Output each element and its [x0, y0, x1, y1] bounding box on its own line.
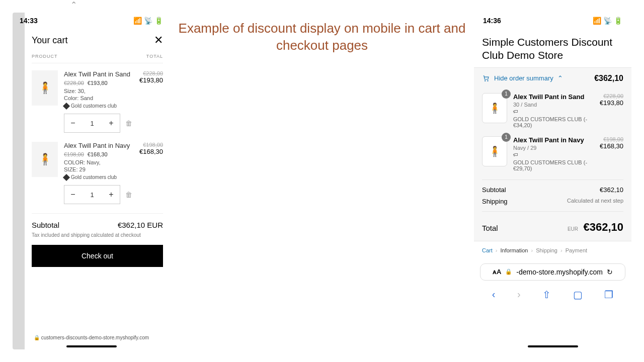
svg-point-1	[488, 80, 488, 81]
tabs-icon[interactable]: ❐	[604, 289, 613, 301]
chevron-up-icon: ⌃	[557, 74, 563, 82]
item-name[interactable]: Alex Twill Pant in Navy	[64, 142, 133, 149]
tag-icon: 🏷	[513, 152, 594, 157]
status-icons: 📶 📡 🔋	[133, 17, 163, 25]
item-meta: COLOR: Navy,	[64, 159, 133, 165]
item-new-price: €168,30	[88, 151, 108, 157]
safari-nav: ‹ › ⇧ ▢ ❐	[474, 285, 631, 301]
battery-icon: 🔋	[614, 17, 622, 25]
co-total-currency: EUR	[568, 226, 578, 232]
item-meta: Size: 30,	[64, 88, 133, 94]
tag-icon	[63, 173, 70, 180]
co-total-value: €362,10	[583, 221, 623, 233]
qty-decrement[interactable]: −	[64, 186, 82, 204]
lock-icon: 🔒	[34, 335, 40, 340]
line-old-price: €228,00	[139, 70, 163, 76]
bc-payment: Payment	[566, 247, 587, 253]
cart-sheet: Your cart ✕ PRODUCT TOTAL 🧍 Alex Twill P…	[25, 28, 170, 349]
qty-stepper: − 1 +	[64, 185, 120, 204]
qty-value: 1	[82, 186, 103, 204]
col-product: PRODUCT	[32, 54, 58, 59]
checkout-item: 🧍 1 Alex Twill Pant in Sand 30 / Sand 🏷 …	[474, 89, 631, 132]
subtotal-value: €362,10 EUR	[118, 221, 163, 229]
chevron-right-icon: ›	[560, 247, 562, 253]
url-text: -demo-store.myshopify.com	[516, 268, 603, 276]
status-bar: 14:33 📶 📡 🔋	[13, 13, 170, 29]
product-image[interactable]: 🧍	[32, 70, 58, 106]
tax-note: Tax included and shipping calculated at …	[32, 232, 163, 238]
co-old-price: €228,00	[600, 93, 623, 99]
store-title[interactable]: Simple Customers Discount Club Demo Stor…	[474, 29, 631, 67]
co-new-price: €193,80	[600, 99, 623, 107]
bc-shipping: Shipping	[536, 247, 557, 253]
hide-summary-label: Hide order summary	[494, 74, 553, 82]
close-icon[interactable]: ✕	[154, 34, 163, 47]
cart-item: 🧍 Alex Twill Pant in Navy €198,00 €168,3…	[32, 142, 163, 204]
wifi-icon: 📡	[144, 17, 152, 25]
signal-icon: 📶	[593, 17, 601, 25]
discount-tag: Gold customers club	[71, 174, 117, 180]
checkout-button[interactable]: Check out	[32, 245, 163, 267]
back-icon[interactable]: ‹	[492, 289, 496, 301]
bc-information: Information	[500, 247, 528, 253]
trash-icon[interactable]: 🗑	[125, 191, 132, 199]
summary-total: €362,10	[594, 74, 623, 83]
share-icon[interactable]: ⇧	[542, 289, 551, 301]
qty-increment[interactable]: +	[103, 114, 120, 132]
item-old-price: €198,00	[64, 151, 84, 157]
item-meta: Color: Sand	[64, 95, 133, 101]
status-icons: 📶 📡 🔋	[593, 17, 622, 25]
co-total-label: Total	[482, 224, 498, 232]
bc-cart[interactable]: Cart	[482, 247, 493, 253]
safari-url-bar[interactable]: ᴀA 🔒 -demo-store.myshopify.com ↻	[480, 263, 625, 281]
hide-summary-toggle[interactable]: Hide order summary ⌃	[482, 74, 563, 82]
co-item-variant: Navy / 29	[513, 145, 594, 151]
chevron-right-icon: ›	[531, 247, 533, 253]
cart-icon	[482, 75, 490, 82]
signal-icon: 📶	[133, 17, 142, 25]
col-total: TOTAL	[146, 54, 163, 59]
backdrop-page	[13, 13, 25, 349]
item-meta: SIZE: 29	[64, 166, 133, 172]
tag-icon: 🏷	[513, 109, 594, 114]
wifi-icon: 📡	[603, 17, 612, 25]
co-old-price: €198,00	[600, 136, 623, 142]
subtotal-label: Subtotal	[32, 221, 59, 229]
co-discount-label: GOLD CUSTOMERS CLUB (-€34,20)	[513, 116, 594, 128]
status-time: 14:36	[483, 17, 501, 25]
discount-tag: Gold customers club	[71, 103, 117, 109]
chevron-right-icon: ›	[496, 247, 498, 253]
status-bar: 14:36 📶 📡 🔋	[474, 13, 631, 29]
qty-badge: 1	[502, 133, 511, 142]
url-text: customers-discounts-demo-store.myshopify…	[41, 335, 149, 340]
qty-badge: 1	[502, 89, 511, 99]
co-item-name: Alex Twill Pant in Navy	[513, 136, 594, 144]
bookmarks-icon[interactable]: ▢	[573, 289, 583, 301]
product-image[interactable]: 🧍	[32, 142, 58, 177]
reload-icon[interactable]: ↻	[607, 268, 613, 276]
item-old-price: €228,00	[64, 80, 84, 86]
lock-icon: 🔒	[505, 268, 512, 275]
line-old-price: €198,00	[139, 142, 163, 148]
trash-icon[interactable]: 🗑	[125, 119, 132, 127]
co-discount-label: GOLD CUSTOMERS CLUB (-€29,70)	[513, 159, 594, 171]
text-size-icon[interactable]: ᴀA	[493, 268, 501, 276]
home-indicator	[528, 345, 578, 347]
tag-icon	[63, 102, 70, 109]
item-name[interactable]: Alex Twill Pant in Sand	[64, 70, 133, 78]
co-item-variant: 30 / Sand	[513, 102, 594, 108]
qty-value: 1	[82, 114, 103, 132]
url-bar: 🔒 customers-discounts-demo-store.myshopi…	[13, 335, 170, 340]
qty-decrement[interactable]: −	[64, 114, 82, 132]
status-time: 14:33	[20, 17, 38, 25]
qty-stepper: − 1 +	[64, 114, 120, 133]
cart-title: Your cart	[32, 35, 67, 46]
checkout-item: 🧍 1 Alex Twill Pant in Navy Navy / 29 🏷 …	[474, 132, 631, 175]
checkout-phone: 14:36 📶 📡 🔋 Simple Customers Discount Cl…	[474, 13, 631, 349]
cart-phone: 14:33 📶 📡 🔋 Your cart ✕ PRODUCT TOTAL 🧍 …	[13, 13, 170, 349]
line-new-price: €168,30	[139, 148, 163, 155]
qty-increment[interactable]: +	[103, 186, 120, 204]
breadcrumbs: Cart › Information › Shipping › Payment	[474, 241, 631, 259]
home-indicator	[66, 345, 117, 347]
svg-point-0	[485, 80, 486, 81]
